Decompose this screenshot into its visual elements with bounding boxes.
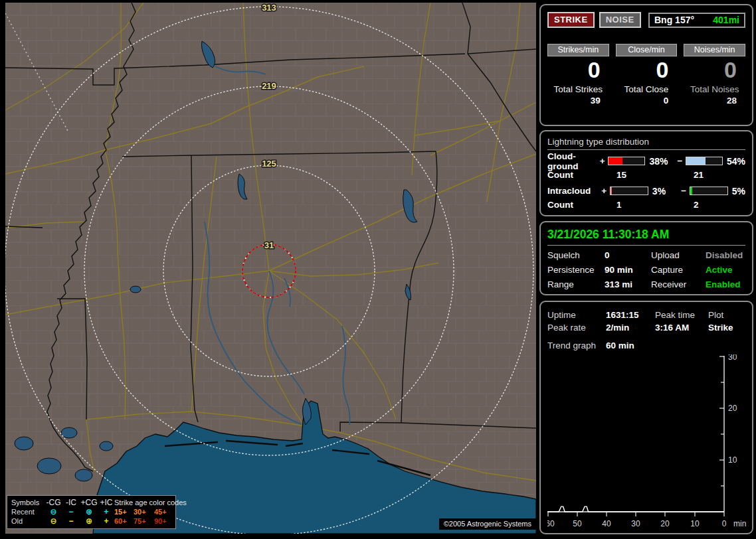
pos-cg-recent-icon: ⊕ [80, 507, 98, 516]
peak-time-value: 3:16 AM [655, 323, 708, 333]
cg-positive-count: 15 [616, 170, 694, 180]
intracloud-row: Intracloud + 3% − 5% [547, 185, 745, 196]
pos-ic-recent-icon: + [98, 507, 114, 516]
trend-line-series [547, 506, 724, 512]
squelch-label: Squelch [547, 250, 605, 260]
ring-label-125: 125 [262, 159, 276, 169]
ic-negative-pct: 5% [728, 186, 745, 196]
cg-positive-bar-fill [609, 157, 622, 165]
status-row: Range 313 mi Receiver Enabled [547, 279, 745, 289]
x-axis-unit: min [733, 519, 746, 528]
ic-positive-bar-fill [611, 187, 612, 194]
uptime-value: 1631:15 [606, 310, 655, 320]
legend-col--cg: -CG [45, 498, 62, 507]
copyright-notice: ©2005 Astrogenic Systems [439, 518, 536, 530]
minus-sign: − [681, 186, 690, 196]
ic-positive-count: 1 [616, 200, 694, 210]
legend-row-recent: Recent ⊖ − ⊕ + 15+ 30+ 45+ [11, 507, 172, 516]
legend-symbols-header: Symbols [11, 498, 45, 507]
legend-recent-label: Recent [11, 507, 45, 516]
legend-row-old: Old ⊖ − ⊕ + 60+ 75+ 90+ [11, 516, 172, 526]
minus-sign: − [677, 156, 685, 166]
age-60: 60+ [114, 516, 134, 526]
x-tick-20: 20 [660, 519, 670, 528]
cg-positive-pct: 38% [645, 156, 677, 167]
trend-graph-svg: 30 20 10 60 50 40 30 20 10 0 min [547, 354, 748, 528]
x-tick-40: 40 [602, 519, 611, 528]
strikes-column: Strikes/min 0 Total Strikes 39 [547, 44, 609, 106]
persistence-label: Persistence [547, 265, 605, 275]
ring-label-219: 219 [262, 81, 276, 91]
persistence-value: 90 min [605, 265, 651, 275]
noise-toggle-button[interactable]: NOISE [599, 12, 641, 28]
pos-ic-old-icon: + [98, 516, 114, 526]
neg-ic-old-icon: − [62, 516, 80, 526]
status-panel: 3/21/2026 11:30:18 AM Squelch 0 Upload D… [539, 221, 753, 295]
age-45: 45+ [154, 507, 175, 516]
upload-label: Upload [651, 250, 706, 260]
noises-per-min-header[interactable]: Noises/min [684, 44, 745, 56]
stats-row: Trend graph 60 min [547, 341, 745, 350]
receiver-label: Receiver [651, 279, 706, 289]
x-tick-0: 0 [722, 519, 727, 528]
cg-negative-pct: 54% [723, 156, 745, 167]
peak-rate-label: Peak rate [547, 323, 606, 333]
legend-col-+cg: +CG [80, 498, 98, 507]
uptime-label: Uptime [547, 310, 606, 320]
distribution-panel: Lightning type distribution Cloud-ground… [539, 130, 753, 216]
ic-positive-pct: 3% [648, 186, 681, 196]
bearing-readout: Bng 157° 401mi [648, 13, 745, 28]
map-svg: 313 219 125 31 [5, 3, 536, 534]
status-row: Squelch 0 Upload Disabled [547, 250, 745, 260]
plus-sign: + [600, 156, 608, 166]
map-canvas[interactable]: 313 219 125 31 Symbols -CG -IC +CG +IC S… [5, 3, 536, 534]
pos-cg-old-icon: ⊕ [80, 516, 98, 526]
age-90: 90+ [154, 516, 175, 526]
peak-time-label: Peak time [655, 310, 708, 320]
stats-row: Uptime 1631:15 Peak time Plot [547, 310, 745, 320]
age-15: 15+ [114, 507, 134, 516]
y-tick-10: 10 [728, 455, 737, 465]
neg-cg-old-icon: ⊖ [45, 516, 62, 526]
plus-sign: + [601, 186, 610, 196]
intracloud-count-row: Count 1 2 [547, 200, 745, 210]
cg-positive-bar [608, 157, 645, 165]
legend-age-header: Strike age color codes [114, 498, 175, 507]
status-row: Persistence 90 min Capture Active [547, 265, 745, 275]
total-strikes-label: Total Strikes [547, 84, 609, 94]
legend-col--ic: -IC [62, 498, 80, 507]
total-noises-label: Total Noises [684, 84, 745, 94]
strikes-per-min-header[interactable]: Strikes/min [547, 44, 609, 56]
distribution-title: Lightning type distribution [547, 137, 745, 150]
x-tick-10: 10 [690, 519, 700, 528]
close-per-min-header[interactable]: Close/min [616, 44, 678, 56]
cloud-ground-count-row: Count 15 21 [547, 170, 745, 180]
capture-status: Active [706, 265, 745, 275]
upload-status: Disabled [706, 250, 745, 260]
range-label: Range [547, 279, 605, 289]
stats-panel: Uptime 1631:15 Peak time Plot Peak rate … [539, 301, 753, 534]
x-tick-30: 30 [631, 519, 640, 528]
cloud-ground-label: Cloud-ground [547, 151, 600, 171]
cg-negative-bar-fill [686, 157, 706, 165]
cg-negative-count: 21 [694, 170, 704, 180]
age-75: 75+ [134, 516, 154, 526]
cg-negative-bar [686, 157, 723, 165]
strikes-per-min-value: 0 [547, 57, 609, 82]
noises-column: Noises/min 0 Total Noises 28 [684, 44, 745, 106]
total-strikes-value: 39 [547, 96, 609, 106]
x-tick-50: 50 [573, 519, 582, 528]
count-label: Count [547, 170, 616, 180]
neg-ic-recent-icon: − [62, 507, 80, 516]
y-tick-20: 20 [728, 404, 737, 413]
legend-old-label: Old [11, 516, 45, 526]
close-per-min-value: 0 [616, 57, 678, 82]
bearing-label: Bng 157° [654, 15, 694, 25]
total-close-label: Total Close [616, 84, 678, 94]
x-tick-60: 60 [547, 519, 555, 528]
stats-row: Peak rate 2/min 3:16 AM Strike [547, 323, 745, 333]
strike-toggle-button[interactable]: STRIKE [547, 12, 595, 28]
total-noises-value: 28 [684, 96, 745, 106]
ic-negative-count: 2 [694, 200, 699, 210]
plot-mode-value: Strike [708, 323, 745, 333]
